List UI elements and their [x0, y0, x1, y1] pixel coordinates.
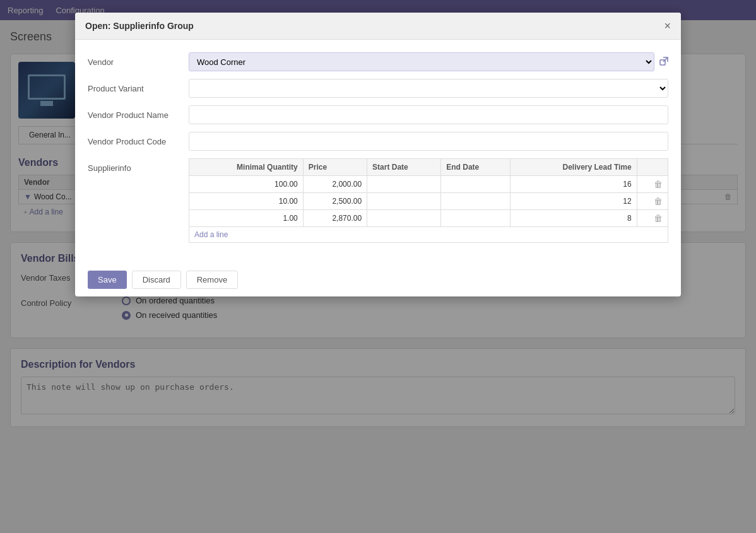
modal-vendor-product-code-row: Vendor Product Code [88, 132, 668, 151]
row1-price: 2,000.00 [303, 176, 367, 193]
modal-title: Open: Supplierinfo Group [85, 21, 194, 31]
supplierinfo-data-table: Minimal Quantity Price Start Date End Da… [189, 158, 668, 243]
modal-vendor-product-name-input[interactable] [189, 105, 668, 124]
discard-button[interactable]: Discard [132, 271, 181, 289]
row3-end-date [441, 210, 511, 227]
row2-delete-icon[interactable]: 🗑 [654, 196, 663, 206]
row1-delete[interactable]: 🗑 [637, 176, 668, 193]
modal-footer: Save Discard Remove [75, 263, 681, 296]
row2-end-date [441, 193, 511, 210]
modal-product-variant-label: Product Variant [88, 84, 189, 93]
vendor-external-link[interactable] [659, 57, 668, 67]
th-price: Price [303, 159, 367, 176]
add-line-button[interactable]: Add a line [194, 230, 228, 239]
add-line-cell: Add a line [189, 227, 668, 243]
row1-delete-icon[interactable]: 🗑 [654, 179, 663, 189]
row1-start-date [367, 176, 441, 193]
modal-header: Open: Supplierinfo Group × [75, 13, 681, 40]
add-line-row: Add a line [189, 227, 668, 243]
row3-delete-icon[interactable]: 🗑 [654, 213, 663, 223]
th-end-date: End Date [441, 159, 511, 176]
modal-supplierinfo-label: Supplierinfo [88, 158, 189, 173]
modal-body: Vendor Wood Corner Produc [75, 40, 681, 263]
modal-vendor-select[interactable]: Wood Corner [189, 52, 654, 71]
modal-vendor-product-code-label: Vendor Product Code [88, 137, 189, 146]
th-start-date: Start Date [367, 159, 441, 176]
row3-delivery-lead: 8 [511, 210, 637, 227]
modal-product-variant-value [189, 79, 668, 98]
row3-min-qty: 1.00 [189, 210, 304, 227]
row3-start-date [367, 210, 441, 227]
th-min-qty: Minimal Quantity [189, 159, 304, 176]
row1-delivery-lead: 16 [511, 176, 637, 193]
modal-close-button[interactable]: × [664, 20, 671, 32]
row2-min-qty: 10.00 [189, 193, 304, 210]
row2-delivery-lead: 12 [511, 193, 637, 210]
table-row: 100.00 2,000.00 16 🗑 [189, 176, 668, 193]
row2-start-date [367, 193, 441, 210]
table-row: 1.00 2,870.00 8 🗑 [189, 210, 668, 227]
modal-vendor-value: Wood Corner [189, 52, 668, 71]
modal-supplierinfo-row: Supplierinfo Minimal Quantity Price Star… [88, 158, 668, 243]
th-actions [637, 159, 668, 176]
row1-min-qty: 100.00 [189, 176, 304, 193]
row2-delete[interactable]: 🗑 [637, 193, 668, 210]
modal-vendor-label: Vendor [88, 57, 189, 67]
modal-vendor-product-name-row: Vendor Product Name [88, 105, 668, 124]
modal-vendor-row: Vendor Wood Corner [88, 52, 668, 71]
remove-button[interactable]: Remove [186, 271, 238, 289]
modal-product-variant-row: Product Variant [88, 79, 668, 98]
modal-vendor-product-code-input[interactable] [189, 132, 668, 151]
row2-price: 2,500.00 [303, 193, 367, 210]
modal-product-variant-select[interactable] [189, 79, 668, 98]
modal-vendor-product-name-value [189, 105, 668, 124]
modal-vendor-product-name-label: Vendor Product Name [88, 110, 189, 120]
modal-overlay: Open: Supplierinfo Group × Vendor Wood C… [0, 0, 756, 437]
supplierinfo-modal: Open: Supplierinfo Group × Vendor Wood C… [75, 13, 681, 296]
table-row: 10.00 2,500.00 12 🗑 [189, 193, 668, 210]
save-button[interactable]: Save [88, 271, 127, 289]
th-delivery-lead: Delivery Lead Time [511, 159, 637, 176]
row1-end-date [441, 176, 511, 193]
row3-delete[interactable]: 🗑 [637, 210, 668, 227]
row3-price: 2,870.00 [303, 210, 367, 227]
modal-vendor-product-code-value [189, 132, 668, 151]
modal-supplierinfo-table: Minimal Quantity Price Start Date End Da… [189, 158, 668, 243]
